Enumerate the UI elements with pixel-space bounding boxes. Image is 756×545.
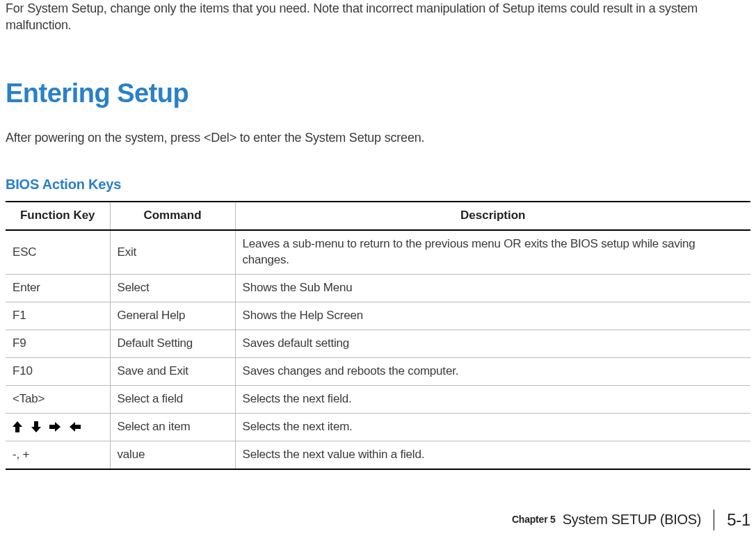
- cell-description: Shows the Sub Menu: [235, 275, 750, 302]
- cell-command: Save and Exit: [110, 357, 235, 385]
- table-row: <Tab> Select a field Selects the next fi…: [6, 385, 750, 413]
- page-footer: Chapter 5 System SETUP (BIOS) 5-1: [512, 509, 750, 531]
- footer-page-number: 5-1: [727, 509, 750, 531]
- cell-description: Selects the next field.: [235, 385, 750, 413]
- cell-description: Saves changes and reboots the computer.: [235, 357, 750, 385]
- table-row: Select an item Selects the next item.: [6, 413, 750, 441]
- cell-command: Select: [110, 275, 235, 302]
- subheading-bios-keys: BIOS Action Keys: [6, 175, 750, 194]
- cell-key: F1: [6, 302, 110, 330]
- heading-entering-setup: Entering Setup: [6, 76, 750, 111]
- cell-key: ESC: [6, 230, 110, 274]
- cell-key: F9: [6, 330, 110, 357]
- cell-description: Selects the next value within a field.: [235, 441, 750, 469]
- intro-paragraph: For System Setup, change only the items …: [6, 0, 750, 34]
- cell-description: Selects the next item.: [235, 413, 750, 441]
- cell-command: Default Setting: [110, 330, 235, 357]
- cell-key: F10: [6, 357, 110, 385]
- arrow-down-icon: [31, 421, 41, 432]
- table-row: F9 Default Setting Saves default setting: [6, 330, 750, 357]
- cell-key: Enter: [6, 275, 110, 302]
- cell-command: Exit: [110, 230, 235, 274]
- bios-action-keys-table: Function Key Command Description ESC Exi…: [6, 201, 750, 469]
- cell-description: Leaves a sub-menu to return to the previ…: [235, 230, 750, 274]
- table-row: F10 Save and Exit Saves changes and rebo…: [6, 357, 750, 385]
- footer-chapter: Chapter 5: [512, 513, 556, 526]
- header-description: Description: [235, 202, 750, 230]
- header-command: Command: [110, 202, 235, 230]
- cell-command: General Help: [110, 302, 235, 330]
- footer-title: System SETUP (BIOS): [563, 510, 702, 529]
- table-header-row: Function Key Command Description: [6, 202, 750, 230]
- cell-command: value: [110, 441, 235, 469]
- table-row: -, + value Selects the next value within…: [6, 441, 750, 469]
- arrow-up-icon: [13, 421, 22, 432]
- body-paragraph: After powering on the system, press <Del…: [6, 129, 750, 146]
- cell-key: -, +: [6, 441, 110, 469]
- cell-description: Saves default setting: [235, 330, 750, 357]
- cell-key-arrows: [6, 413, 110, 441]
- table-row: ESC Exit Leaves a sub-menu to return to …: [6, 230, 750, 274]
- table-row: F1 General Help Shows the Help Screen: [6, 302, 750, 330]
- cell-command: Select a field: [110, 385, 235, 413]
- cell-command: Select an item: [110, 413, 235, 441]
- arrow-left-icon: [70, 422, 81, 432]
- cell-key: <Tab>: [6, 385, 110, 413]
- table-row: Enter Select Shows the Sub Menu: [6, 275, 750, 302]
- arrow-right-icon: [49, 422, 61, 432]
- footer-divider: [714, 510, 714, 530]
- cell-description: Shows the Help Screen: [235, 302, 750, 330]
- header-function-key: Function Key: [6, 202, 110, 230]
